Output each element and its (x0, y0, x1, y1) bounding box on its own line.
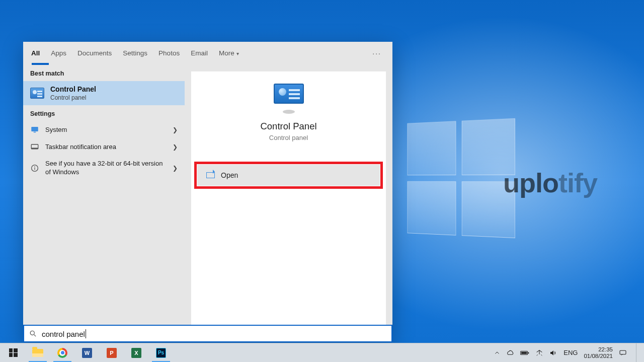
best-match-control-panel[interactable]: Control Panel Control panel (23, 81, 185, 105)
svg-point-6 (34, 166, 35, 167)
settings-row-taskbar[interactable]: Taskbar notification area ❯ (23, 138, 185, 156)
search-query-text: control panel (42, 329, 86, 338)
start-button[interactable] (2, 343, 24, 362)
svg-rect-0 (31, 127, 38, 131)
search-input[interactable]: control panel (23, 325, 392, 342)
taskbar-photoshop[interactable]: Ps (150, 343, 172, 362)
control-panel-large-icon (274, 84, 304, 104)
tray-battery-icon[interactable] (520, 350, 529, 356)
chevron-right-icon: ❯ (173, 165, 178, 172)
search-icon (29, 330, 37, 337)
word-icon: W (82, 348, 92, 358)
excel-icon: X (131, 348, 141, 358)
search-panel: All Apps Documents Settings Photos Email… (23, 42, 392, 342)
section-settings: Settings (23, 105, 185, 121)
tab-email[interactable]: Email (191, 49, 208, 58)
svg-rect-10 (528, 352, 529, 353)
chevron-down-icon: ▾ (236, 51, 239, 56)
tab-documents[interactable]: Documents (77, 49, 112, 58)
control-panel-icon (30, 88, 44, 99)
svg-rect-5 (34, 168, 35, 170)
tab-more[interactable]: More▾ (219, 49, 239, 58)
chevron-right-icon: ❯ (173, 126, 178, 133)
tray-volume-icon[interactable] (549, 349, 557, 356)
details-subtitle: Control panel (269, 134, 308, 141)
best-match-title: Control Panel (50, 85, 96, 93)
tab-photos[interactable]: Photos (158, 49, 180, 58)
system-tray: ENG 22:35 01/08/2021 (494, 343, 644, 362)
photoshop-icon: Ps (156, 348, 166, 358)
settings-row-bitness[interactable]: See if you have a 32-bit or 64-bit versi… (23, 156, 185, 181)
tray-language[interactable]: ENG (564, 349, 578, 356)
svg-rect-12 (620, 350, 626, 354)
windows-logo (407, 118, 516, 240)
windows-icon (9, 348, 18, 357)
tray-hidden-icons[interactable] (494, 350, 500, 356)
taskbar-excel[interactable]: X (125, 343, 147, 362)
svg-rect-1 (34, 132, 36, 133)
taskbar-icon (30, 142, 39, 152)
taskbar-chrome[interactable] (51, 343, 73, 362)
best-match-subtitle: Control panel (50, 94, 96, 101)
results-details-pane: Control Panel Control panel Open (191, 71, 386, 333)
chrome-icon (57, 348, 67, 358)
file-explorer-icon (32, 349, 43, 357)
tab-apps[interactable]: Apps (51, 49, 66, 58)
action-open[interactable]: Open (197, 165, 380, 186)
show-desktop-button[interactable] (636, 343, 640, 362)
watermark-text: uplotify (503, 167, 597, 198)
tab-all[interactable]: All (31, 49, 40, 58)
section-best-match: Best match (23, 65, 185, 81)
chevron-right-icon: ❯ (173, 143, 178, 151)
tabs-overflow-icon[interactable]: ··· (372, 49, 384, 57)
info-icon (30, 164, 39, 173)
tab-active-indicator (32, 63, 49, 65)
monitor-icon (30, 125, 39, 134)
svg-rect-3 (31, 148, 38, 149)
details-title: Control Panel (260, 121, 316, 132)
tray-clock[interactable]: 22:35 01/08/2021 (584, 346, 613, 359)
desktop: uplotify All Apps Documents Settings Pho… (0, 0, 644, 362)
tray-onedrive-icon[interactable] (506, 350, 514, 356)
tray-action-center-icon[interactable] (619, 349, 627, 356)
search-tabs: All Apps Documents Settings Photos Email… (23, 42, 392, 65)
tab-settings[interactable]: Settings (123, 49, 147, 58)
taskbar: W P X Ps ENG 22:35 01/08/20 (0, 343, 644, 362)
svg-rect-11 (521, 351, 527, 353)
svg-point-7 (30, 331, 34, 335)
settings-row-system[interactable]: System ❯ (23, 121, 185, 138)
results-left-pane: Best match Control Panel Control panel S… (23, 65, 185, 342)
open-icon (206, 172, 215, 178)
annotation-highlight: Open (194, 162, 383, 189)
action-open-label: Open (221, 171, 238, 179)
taskbar-powerpoint[interactable]: P (101, 343, 123, 362)
taskbar-file-explorer[interactable] (27, 343, 49, 362)
taskbar-word[interactable]: W (76, 343, 98, 362)
tray-network-icon[interactable] (535, 349, 543, 356)
svg-line-8 (34, 334, 36, 336)
powerpoint-icon: P (107, 348, 117, 358)
